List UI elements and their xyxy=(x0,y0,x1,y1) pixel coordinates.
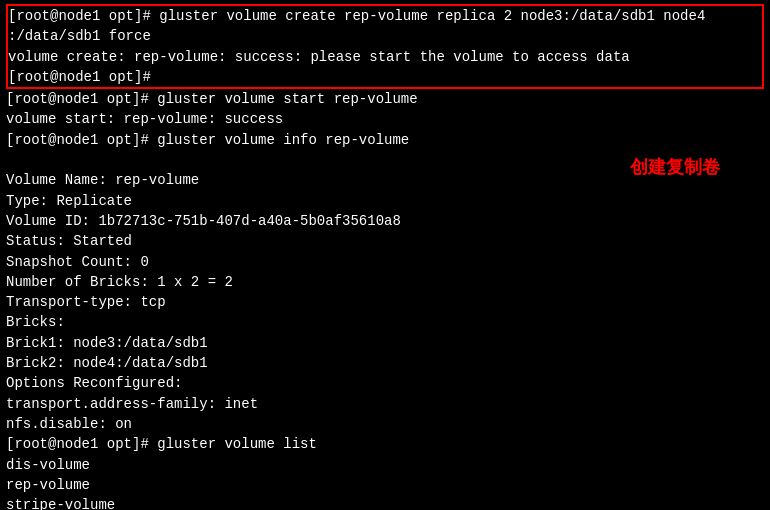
line-17: Options Reconfigured: xyxy=(6,373,764,393)
cmd-1: gluster volume create rep-volume replica… xyxy=(159,8,705,24)
prompt-4: [root@node1 opt]# xyxy=(6,91,157,107)
prompt-20: [root@node1 opt]# xyxy=(6,436,157,452)
line-20: [root@node1 opt]# gluster volume list xyxy=(6,434,764,454)
line-15: Brick1: node3:/data/sdb1 xyxy=(6,333,764,353)
line-13: Transport-type: tcp xyxy=(6,292,764,312)
line-16: Brick2: node4:/data/sdb1 xyxy=(6,353,764,373)
line-1b: :/data/sdb1 force xyxy=(8,26,762,46)
line-12: Number of Bricks: 1 x 2 = 2 xyxy=(6,272,764,292)
line-3: [root@node1 opt]# xyxy=(8,67,762,87)
line-14: Bricks: xyxy=(6,312,764,332)
line-6: [root@node1 opt]# gluster volume info re… xyxy=(6,130,764,150)
line-21: dis-volume xyxy=(6,455,764,475)
line-18: transport.address-family: inet xyxy=(6,394,764,414)
line-1: [root@node1 opt]# gluster volume create … xyxy=(8,6,762,26)
annotation-label: 创建复制卷 xyxy=(630,155,720,179)
terminal: [root@node1 opt]# gluster volume create … xyxy=(0,0,770,510)
prompt-1: [root@node1 opt]# xyxy=(8,8,159,24)
line-19: nfs.disable: on xyxy=(6,414,764,434)
cmd-1b: :/data/sdb1 force xyxy=(8,28,151,44)
line-23: stripe-volume xyxy=(6,495,764,510)
line-4: [root@node1 opt]# gluster volume start r… xyxy=(6,89,764,109)
line-2: volume create: rep-volume: success: plea… xyxy=(8,47,762,67)
prompt-3: [root@node1 opt]# xyxy=(8,69,151,85)
line-22: rep-volume xyxy=(6,475,764,495)
line-10: Status: Started xyxy=(6,231,764,251)
prompt-6: [root@node1 opt]# xyxy=(6,132,157,148)
line-9: Volume ID: 1b72713c-751b-407d-a40a-5b0af… xyxy=(6,211,764,231)
line-8: Type: Replicate xyxy=(6,191,764,211)
line-11: Snapshot Count: 0 xyxy=(6,252,764,272)
line-5: volume start: rep-volume: success xyxy=(6,109,764,129)
